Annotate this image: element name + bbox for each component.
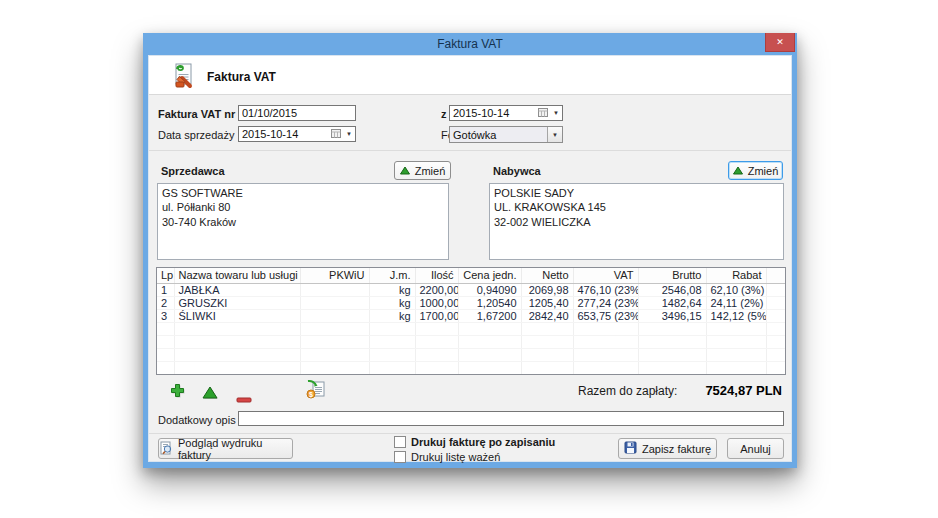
table-cell — [157, 335, 174, 348]
table-cell — [300, 361, 369, 374]
table-row — [157, 322, 786, 335]
table-cell: 142,12 (5%) — [706, 309, 766, 322]
table-cell — [638, 361, 706, 374]
table-cell: 24,11 (2%) — [706, 296, 766, 309]
table-cell — [521, 348, 573, 361]
column-header[interactable]: Nazwa towaru lub usługi — [174, 268, 300, 283]
table-cell — [300, 309, 369, 322]
table-cell: 277,24 (23%) — [573, 296, 638, 309]
seller-section-title: Sprzedawca — [161, 165, 225, 177]
change-seller-label: Zmień — [415, 165, 446, 177]
table-cell — [573, 335, 638, 348]
table-cell — [766, 309, 786, 322]
table-cell — [573, 322, 638, 335]
save-invoice-label: Zapisz fakturę — [642, 443, 711, 455]
column-header[interactable]: Brutto — [638, 268, 706, 283]
save-invoice-button[interactable]: Zapisz fakturę — [618, 438, 717, 459]
table-cell — [369, 361, 415, 374]
issue-date-picker[interactable]: 2015-10-14 ▼ — [449, 105, 563, 121]
table-cell — [766, 322, 786, 335]
extra-description-input[interactable] — [238, 411, 784, 426]
page-title: Faktura VAT — [207, 70, 276, 84]
close-button[interactable]: ✕ — [765, 33, 795, 52]
chevron-down-icon[interactable]: ▼ — [550, 110, 562, 116]
title-bar[interactable]: Faktura VAT ✕ — [143, 33, 797, 55]
table-cell: 1482,64 — [638, 296, 706, 309]
total-due-label: Razem do zapłaty: — [578, 384, 677, 398]
invoice-import-button[interactable]: $ — [306, 379, 326, 403]
sale-date-value: 2015-10-14 — [239, 128, 331, 140]
change-seller-button[interactable]: Zmień — [394, 161, 451, 180]
chevron-down-icon: ▼ — [549, 132, 561, 138]
calendar-icon — [331, 128, 341, 140]
table-cell: 1700,00 — [415, 309, 458, 322]
table-cell — [638, 335, 706, 348]
add-row-button[interactable] — [169, 382, 186, 403]
edit-row-button[interactable] — [202, 385, 218, 403]
print-weighing-option[interactable]: Drukuj listę ważeń — [394, 451, 500, 463]
table-row[interactable]: 1JABŁKAkg2200,000,940902069,98476,10 (23… — [157, 283, 786, 296]
print-weighing-checkbox[interactable] — [394, 451, 406, 463]
table-cell — [300, 296, 369, 309]
column-header[interactable]: J.m. — [369, 268, 415, 283]
triangle-up-icon — [400, 165, 410, 177]
table-row[interactable]: 3ŚLIWKIkg1700,001,672002842,40653,75 (23… — [157, 309, 786, 322]
column-header[interactable]: Ilość — [415, 268, 458, 283]
table-cell — [766, 296, 786, 309]
print-invoice-checkbox[interactable] — [394, 436, 406, 448]
combo-dropdown-button[interactable]: ▼ — [547, 127, 562, 142]
total-due-value: 7524,87 PLN — [705, 383, 782, 398]
items-table: LpNazwa towaru lub usługiPKWiUJ.m.IlośćC… — [157, 268, 786, 375]
column-header[interactable]: Cena jedn. — [458, 268, 521, 283]
table-cell — [415, 348, 458, 361]
dialog-header: Faktura VAT — [149, 56, 791, 95]
column-header[interactable]: PKWiU — [300, 268, 369, 283]
coin-dollar-icon: $ — [309, 391, 313, 399]
table-row — [157, 361, 786, 374]
table-cell: GRUSZKI — [174, 296, 300, 309]
table-cell — [458, 322, 521, 335]
table-cell: 476,10 (23%) — [573, 283, 638, 296]
invoice-number-label: Faktura VAT nr — [158, 108, 235, 120]
triangle-up-icon — [733, 165, 743, 177]
buyer-address-box[interactable]: POLSKIE SADY UL. KRAKOWSKA 145 32-002 WI… — [489, 183, 784, 260]
table-cell — [174, 335, 300, 348]
table-cell — [415, 361, 458, 374]
table-cell — [521, 322, 573, 335]
change-buyer-label: Zmień — [748, 165, 779, 177]
change-buyer-button[interactable]: Zmień — [728, 161, 783, 180]
column-header[interactable]: Rabat — [706, 268, 766, 283]
table-cell — [458, 361, 521, 374]
column-header[interactable]: Netto — [521, 268, 573, 283]
print-invoice-option[interactable]: Drukuj fakturę po zapisaniu — [394, 436, 555, 448]
table-cell — [638, 348, 706, 361]
table-cell — [157, 322, 174, 335]
table-cell — [415, 322, 458, 335]
delete-row-button[interactable] — [236, 389, 252, 407]
chevron-down-icon[interactable]: ▼ — [343, 131, 355, 137]
print-preview-label: Podgląd wydruku faktury — [178, 437, 292, 461]
payment-method-value: Gotówka — [450, 127, 547, 142]
table-cell: 1 — [157, 283, 174, 296]
print-preview-button[interactable]: Podgląd wydruku faktury — [158, 438, 293, 459]
table-cell — [573, 361, 638, 374]
seller-address-box[interactable]: GS SOFTWARE ul. Półłanki 80 30-740 Krakó… — [157, 183, 449, 260]
table-cell — [157, 361, 174, 374]
invoice-number-input[interactable] — [238, 105, 356, 121]
header-row[interactable]: LpNazwa towaru lub usługiPKWiUJ.m.IlośćC… — [157, 268, 786, 283]
column-header[interactable] — [766, 268, 786, 283]
dialog-window: Faktura VAT ✕ Faktura VAT Faktura VAT nr — [143, 33, 797, 468]
table-cell — [638, 322, 706, 335]
cancel-button[interactable]: Anuluj — [727, 438, 784, 459]
table-row[interactable]: 2GRUSZKIkg1000,001,205401205,40277,24 (2… — [157, 296, 786, 309]
payment-method-select[interactable]: Gotówka ▼ — [449, 126, 563, 143]
column-header[interactable]: VAT — [573, 268, 638, 283]
table-cell — [706, 335, 766, 348]
column-header[interactable]: Lp — [157, 268, 174, 283]
print-weighing-label: Drukuj listę ważeń — [411, 451, 500, 463]
sale-date-picker[interactable]: 2015-10-14 ▼ — [238, 126, 356, 142]
table-cell — [174, 348, 300, 361]
table-cell — [157, 348, 174, 361]
table-cell: 2069,98 — [521, 283, 573, 296]
section-divider — [149, 150, 791, 151]
